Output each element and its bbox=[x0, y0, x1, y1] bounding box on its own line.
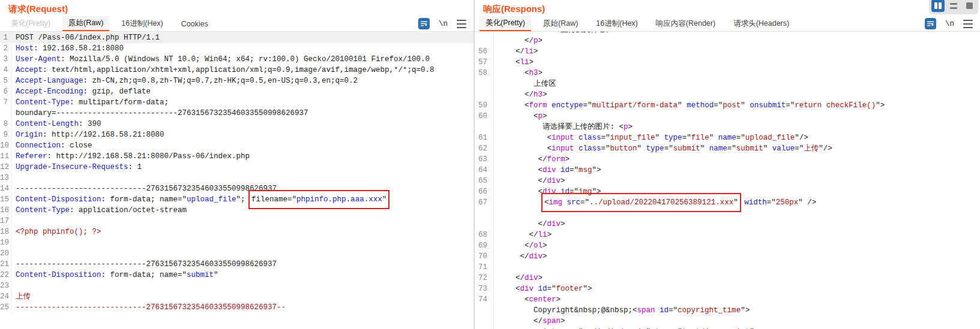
layout-switcher bbox=[929, 0, 978, 14]
line-number: 61 bbox=[475, 132, 494, 143]
code-line: 11Referer: http://192.168.58.21:8080/Pas… bbox=[0, 151, 473, 162]
newline-toggle[interactable]: \n bbox=[945, 20, 954, 28]
code-line: 69 </ol> bbox=[475, 240, 980, 251]
line-number: 63 bbox=[475, 154, 494, 165]
line-number: 19 bbox=[0, 237, 12, 248]
code-line: 4Accept: text/html,application/xhtml+xml… bbox=[0, 65, 473, 76]
code-line-content: Upgrade-Insecure-Requests: 1 bbox=[12, 162, 473, 173]
code-line: boundary=---------------------------2763… bbox=[0, 108, 473, 119]
code-line-content bbox=[494, 262, 980, 273]
code-line-content: Copyright&nbsp;@&nbsp;<span id="copyrigh… bbox=[494, 305, 980, 316]
code-line-content: Connection: close bbox=[12, 140, 473, 151]
line-number: 25 bbox=[0, 302, 12, 313]
split-columns-view-icon[interactable] bbox=[931, 0, 945, 12]
code-line-content: Referer: http://192.168.58.21:8080/Pass-… bbox=[12, 151, 473, 162]
line-number: 20 bbox=[0, 248, 12, 259]
code-line-content: -----------------------------27631567323… bbox=[12, 259, 473, 270]
code-line-content: <p> bbox=[494, 111, 980, 122]
line-number: 67 bbox=[475, 197, 494, 208]
tab-response-headers[interactable]: 请求头(Headers) bbox=[727, 16, 795, 31]
code-line-content bbox=[12, 280, 473, 291]
line-number: 58 bbox=[475, 68, 494, 79]
code-line-content: Origin: http://192.168.58.21:8080 bbox=[12, 129, 473, 140]
code-line: 上传区 bbox=[475, 79, 980, 89]
word-wrap-icon[interactable] bbox=[925, 18, 936, 29]
code-line: 68 </li> bbox=[475, 230, 980, 240]
code-line-content: <div id="msg"> bbox=[494, 165, 980, 176]
code-line: 12Upgrade-Insecure-Requests: 1 bbox=[0, 162, 473, 173]
tab-response-hex[interactable]: 16进制(Hex) bbox=[590, 16, 643, 31]
code-line: 58 <h3> bbox=[475, 68, 980, 79]
code-line-content bbox=[12, 237, 473, 248]
code-line-content: <h3> bbox=[494, 68, 980, 79]
single-pane-view-icon[interactable] bbox=[963, 0, 976, 12]
code-line: 25-----------------------------276315673… bbox=[0, 302, 473, 313]
code-line-content: -----------------------------27631567323… bbox=[12, 183, 473, 194]
code-line-content: <form enctype="multipart/form-data" meth… bbox=[494, 100, 980, 111]
code-line-content: -----------------------------27631567323… bbox=[12, 302, 473, 313]
code-line: 56 </li> bbox=[475, 46, 980, 57]
tab-request-raw[interactable]: 原始(Raw) bbox=[62, 16, 109, 31]
code-line-content: 上传 bbox=[12, 291, 473, 302]
line-number: 15 bbox=[0, 194, 12, 205]
tab-response-raw[interactable]: 原始(Raw) bbox=[537, 16, 584, 31]
tab-response-render[interactable]: 响应内容(Render) bbox=[650, 16, 721, 31]
tab-request-cookies[interactable]: Cookies bbox=[175, 16, 214, 31]
code-line: 71 bbox=[475, 262, 980, 273]
tab-response-pretty[interactable]: 美化(Pretty) bbox=[479, 16, 531, 31]
code-line-content: Accept: text/html,application/xhtml+xml,… bbox=[12, 65, 473, 76]
response-toolbar: \n bbox=[925, 18, 973, 29]
code-line-content: Accept-Encoding: gzip, deflate bbox=[12, 86, 473, 97]
line-number: 6 bbox=[0, 86, 12, 97]
code-line: 70 </div> bbox=[475, 251, 980, 262]
tab-request-pretty[interactable]: 美化(Pretty) bbox=[5, 16, 56, 31]
line-number: 21 bbox=[0, 259, 12, 270]
code-line: 15Content-Disposition: form-data; name="… bbox=[0, 194, 473, 205]
code-line: 20 bbox=[0, 248, 473, 259]
line-number: 8 bbox=[0, 119, 12, 129]
menu-icon[interactable] bbox=[457, 20, 466, 28]
line-number: 7 bbox=[0, 97, 12, 108]
line-number bbox=[0, 108, 12, 119]
line-number: 1 bbox=[0, 32, 12, 43]
tab-request-hex[interactable]: 16进制(Hex) bbox=[115, 16, 169, 31]
request-panel: 请求(Request) 美化(Pretty) 原始(Raw) 16进制(Hex)… bbox=[0, 0, 475, 329]
line-number: 13 bbox=[0, 173, 12, 183]
code-line: 23 bbox=[0, 280, 473, 291]
line-number bbox=[475, 208, 494, 219]
code-line-content: </div> bbox=[494, 176, 980, 186]
code-line: 59 <form enctype="multipart/form-data" m… bbox=[475, 100, 980, 111]
line-number bbox=[475, 35, 494, 46]
line-number: 18 bbox=[0, 227, 12, 237]
code-line: </span> bbox=[475, 316, 980, 327]
code-line-content: <input class="button" type="submit" name… bbox=[494, 143, 980, 154]
newline-toggle[interactable]: \n bbox=[439, 20, 448, 28]
line-number bbox=[475, 316, 494, 327]
request-editor[interactable]: 1POST /Pass-06/index.php HTTP/1.12Host: … bbox=[0, 32, 473, 329]
code-line: 17 bbox=[0, 216, 473, 227]
request-tabbar: 美化(Pretty) 原始(Raw) 16进制(Hex) Cookies \n bbox=[0, 16, 473, 32]
response-panel-title: 响应(Respons) bbox=[475, 0, 980, 16]
code-line-content: </div> bbox=[494, 273, 980, 283]
code-line-content: </li> bbox=[494, 46, 980, 57]
code-line-content bbox=[12, 248, 473, 259]
code-line-content: <input class="input_file" type="file" na… bbox=[494, 132, 980, 143]
code-line: </h3> bbox=[475, 89, 980, 100]
menu-icon[interactable] bbox=[963, 20, 973, 28]
line-number: 70 bbox=[475, 251, 494, 262]
code-line: 24上传 bbox=[0, 291, 473, 302]
code-line-content: Content-Disposition: form-data; name="su… bbox=[12, 270, 473, 280]
code-line-content: <li> bbox=[494, 57, 980, 68]
code-line: 22Content-Disposition: form-data; name="… bbox=[0, 270, 473, 280]
code-line-content: <center> bbox=[494, 294, 980, 305]
stacked-rows-view-icon[interactable] bbox=[947, 0, 960, 12]
code-line: 9Origin: http://192.168.58.21:8080 bbox=[0, 129, 473, 140]
code-line-content: </ol> bbox=[494, 240, 980, 251]
line-number: 11 bbox=[0, 151, 12, 162]
code-line: 74 <center> bbox=[475, 294, 980, 305]
word-wrap-icon[interactable] bbox=[418, 18, 430, 29]
code-line-content: Accept-Language: zh-CN,zh;q=0.8,zh-TW;q=… bbox=[12, 76, 473, 86]
code-line-content: Host: 192.168.58.21:8080 bbox=[12, 43, 473, 54]
response-editor[interactable]: 上传的文件名。 </p>56 </li>57 <li>58 <h3> 上传区 <… bbox=[475, 32, 980, 329]
code-line: </p> bbox=[475, 35, 980, 46]
